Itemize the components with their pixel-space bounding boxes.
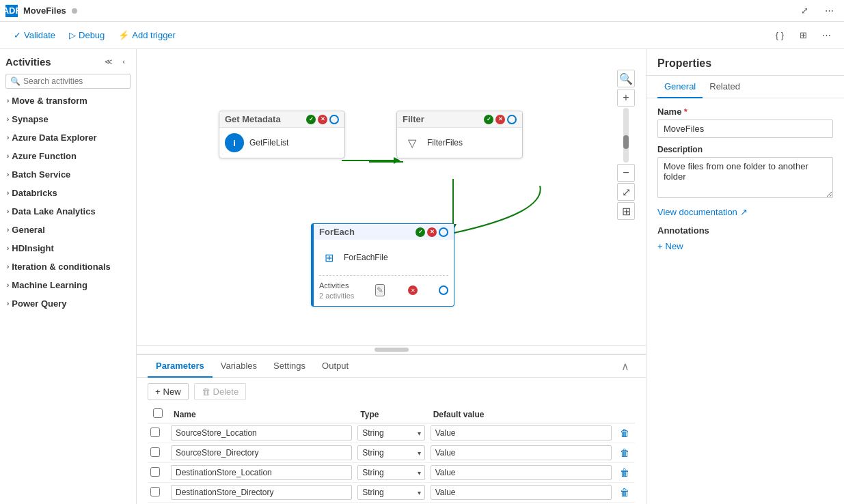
row-checkbox-0[interactable] [150,428,160,437]
close-bottom-panel-button[interactable]: ∧ [616,357,635,376]
col-name-header: Name [168,406,355,423]
layout-button[interactable]: ⊞ [617,202,635,220]
properties-tabs: General Related [646,76,844,98]
more-options-icon[interactable]: ⋯ [819,1,839,20]
tab-related[interactable]: Related [703,76,747,98]
select-all-checkbox[interactable] [153,408,163,418]
param-type-select-1[interactable]: StringIntegerFloatBooleanArrayObject [357,445,424,460]
param-name-input-0[interactable] [171,425,352,440]
tab-variables[interactable]: Variables [213,355,265,378]
table-row: StringIntegerFloatBooleanArrayObject 🗑 [148,483,635,503]
param-default-input-3[interactable] [431,485,612,500]
fail-indicator: ✕ [318,115,327,124]
get-metadata-body: i GetFileList [219,128,344,158]
param-type-select-wrap-1: StringIntegerFloatBooleanArrayObject [357,445,424,460]
param-name-input-2[interactable] [171,465,352,480]
sidebar-item-hdinsight[interactable]: › HDInsight [0,239,136,257]
search-canvas-button[interactable]: 🔍 [617,70,635,87]
sidebar-item-general[interactable]: › General [0,221,136,239]
foreach-node[interactable]: ForEach ✓ ✕ ⊞ ForEachFile Activities [311,223,454,307]
validate-button[interactable]: ✓ Validate [8,27,61,43]
tab-output[interactable]: Output [314,355,357,378]
row-checkbox-1[interactable] [150,447,160,457]
param-default-input-1[interactable] [431,445,612,460]
search-icon: 🔍 [10,76,21,86]
param-default-input-0[interactable] [431,425,612,440]
get-metadata-node[interactable]: Get Metadata ✓ ✕ i GetFileList [219,111,345,158]
title-bar-actions: ⤢ ⋯ [795,1,839,20]
sidebar-item-azure-function[interactable]: › Azure Function [0,147,136,165]
chevron-right-icon: › [7,97,9,104]
zoom-controls: 🔍 + − ⤢ ⊞ [617,70,635,220]
sidebar-item-data-lake-analytics[interactable]: › Data Lake Analytics [0,202,136,221]
delete-row-button-0[interactable]: 🗑 [617,426,632,440]
new-param-button[interactable]: + New [148,383,189,400]
zoom-out-button[interactable]: − [617,164,635,182]
name-input[interactable] [657,120,833,138]
param-type-select-3[interactable]: StringIntegerFloatBooleanArrayObject [357,485,424,500]
drag-handle[interactable] [375,348,409,352]
node-indicators: ✓ ✕ [484,115,517,124]
param-name-input-3[interactable] [171,485,352,500]
sidebar-item-databricks[interactable]: › Databricks [0,184,136,202]
param-type-select-wrap-3: StringIntegerFloatBooleanArrayObject [357,485,424,500]
delete-icon: 🗑 [202,387,210,397]
debug-button[interactable]: ▷ Debug [64,27,110,43]
chevron-right-icon: › [7,208,9,215]
success-indicator: ✓ [306,115,316,124]
annotations-label: Annotations [657,225,833,236]
param-default-input-2[interactable] [431,465,612,480]
param-type-select-0[interactable]: StringIntegerFloatBooleanArrayObject [357,425,424,440]
sidebar-item-azure-data-explorer[interactable]: › Azure Data Explorer [0,128,136,147]
foreach-activities-info: Activities 2 activities [319,280,354,300]
required-indicator: * [684,107,688,117]
pipeline-canvas[interactable]: Get Metadata ✓ ✕ i GetFileList [137,49,646,345]
code-view-icon[interactable]: { } [770,26,789,45]
search-input[interactable] [23,76,126,86]
description-textarea[interactable]: Move files from one folder to another fo… [657,157,833,198]
sidebar-item-iteration-conditionals[interactable]: › Iteration & conditionals [0,257,136,276]
expand-icon[interactable]: ⤢ [795,1,814,20]
toolbar-right-actions: { } ⊞ ⋯ [770,26,836,45]
layout-icon[interactable]: ⊞ [793,26,813,45]
filter-node[interactable]: Filter ✓ ✕ ▽ FilterFiles [396,111,523,158]
tab-settings[interactable]: Settings [265,355,314,378]
parameters-table: Name Type Default value StringIntegerFlo… [148,406,635,503]
chevron-right-icon: › [7,152,9,160]
sidebar-item-move-transform[interactable]: › Move & transform [0,92,136,110]
chevron-right-icon: › [7,263,9,270]
overflow-menu-icon[interactable]: ⋯ [817,26,836,45]
sidebar-item-synapse[interactable]: › Synapse [0,110,136,128]
row-checkbox-3[interactable] [150,487,160,496]
collapse-icon[interactable]: ≪ [102,55,115,68]
zoom-slider-thumb[interactable] [623,135,629,149]
param-name-input-1[interactable] [171,445,352,460]
add-trigger-button[interactable]: ⚡ Add trigger [113,27,181,43]
pipeline-name: MoveFiles [23,5,66,16]
activities-sidebar: Activities ≪ ‹ 🔍 › Move & transform › Sy… [0,49,137,504]
metadata-icon: i [225,133,244,152]
delete-param-button[interactable]: 🗑 Delete [194,383,247,400]
param-type-select-2[interactable]: StringIntegerFloatBooleanArrayObject [357,465,424,480]
add-annotation-button[interactable]: + New [657,241,683,251]
filter-header: Filter ✓ ✕ [397,111,522,128]
row-checkbox-2[interactable] [150,467,160,477]
search-box[interactable]: 🔍 [5,74,131,89]
sidebar-item-batch-service[interactable]: › Batch Service [0,165,136,184]
delete-row-button-2[interactable]: 🗑 [617,466,632,479]
unsaved-indicator [72,8,77,14]
tab-parameters[interactable]: Parameters [148,355,213,378]
sidebar-item-power-query[interactable]: › Power Query [0,294,136,313]
delete-row-button-1[interactable]: 🗑 [617,446,632,460]
foreach-edit-button[interactable]: ✎ [375,284,385,296]
fit-view-button[interactable]: ⤢ [617,183,635,201]
delete-row-button-3[interactable]: 🗑 [617,486,632,499]
tab-general[interactable]: General [657,76,703,98]
fail-indicator: ✕ [495,115,505,124]
sidebar-item-machine-learning[interactable]: › Machine Learning [0,276,136,294]
panel-separator[interactable] [137,345,646,354]
collapse2-icon[interactable]: ‹ [117,55,131,68]
view-documentation-link[interactable]: View documentation ↗ [657,207,833,217]
foreach-fail-indicator: ✕ [408,285,418,295]
zoom-in-button[interactable]: + [617,89,635,107]
